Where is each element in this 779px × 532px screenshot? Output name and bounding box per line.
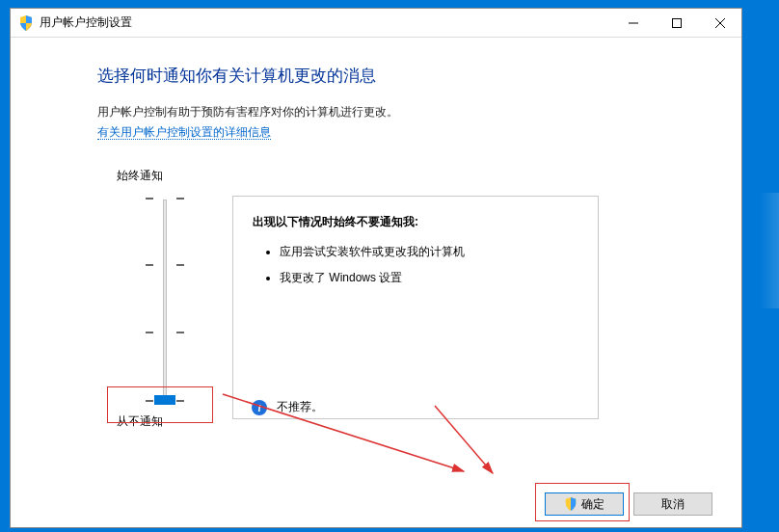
- panel-list: 应用尝试安装软件或更改我的计算机 我更改了 Windows 设置: [253, 244, 578, 286]
- recommendation-row: i 不推荐。: [252, 399, 323, 415]
- slider-thumb[interactable]: [154, 395, 175, 405]
- ok-button[interactable]: 确定: [545, 492, 624, 516]
- page-heading: 选择何时通知你有关计算机更改的消息: [97, 65, 703, 87]
- list-item: 应用尝试安装软件或更改我的计算机: [280, 244, 578, 260]
- slider-tick: [146, 332, 184, 333]
- window-title: 用户帐户控制设置: [40, 14, 611, 31]
- notification-description-panel: 出现以下情况时始终不要通知我: 应用尝试安装软件或更改我的计算机 我更改了 Wi…: [232, 196, 599, 419]
- notification-slider: 始终通知 从不通知: [117, 168, 213, 430]
- cancel-button[interactable]: 取消: [633, 492, 712, 516]
- slider-tick: [146, 264, 184, 266]
- uac-settings-window: 用户帐户控制设置 选择何时通知你有关计算机更改的消息 用户帐户控制有助于预防有害…: [10, 8, 742, 528]
- panel-title: 出现以下情况时始终不要通知我:: [253, 214, 578, 230]
- content-area: 选择何时通知你有关计算机更改的消息 用户帐户控制有助于预防有害程序对你的计算机进…: [11, 38, 741, 527]
- window-controls: [611, 9, 741, 37]
- description-text: 用户帐户控制有助于预防有害程序对你的计算机进行更改。: [97, 104, 703, 120]
- recommendation-text: 不推荐。: [277, 399, 323, 415]
- info-icon: i: [252, 400, 267, 415]
- ok-button-label: 确定: [581, 496, 604, 513]
- svg-rect-1: [672, 18, 681, 27]
- dialog-buttons: 确定 取消: [545, 492, 712, 516]
- titlebar: 用户帐户控制设置: [11, 9, 741, 38]
- slider-tick: [146, 198, 184, 200]
- slider-rail: [163, 200, 167, 398]
- cancel-button-label: 取消: [661, 496, 685, 513]
- slider-track[interactable]: [146, 198, 184, 400]
- slider-label-always: 始终通知: [117, 168, 213, 184]
- slider-label-never: 从不通知: [117, 413, 213, 430]
- more-info-link[interactable]: 有关用户帐户控制设置的详细信息: [97, 125, 271, 140]
- close-button[interactable]: [698, 9, 741, 37]
- desktop-background-edge: [760, 193, 779, 308]
- list-item: 我更改了 Windows 设置: [280, 270, 578, 286]
- maximize-button[interactable]: [655, 9, 698, 37]
- minimize-button[interactable]: [611, 9, 655, 37]
- shield-icon: [18, 15, 34, 31]
- shield-icon: [564, 497, 578, 511]
